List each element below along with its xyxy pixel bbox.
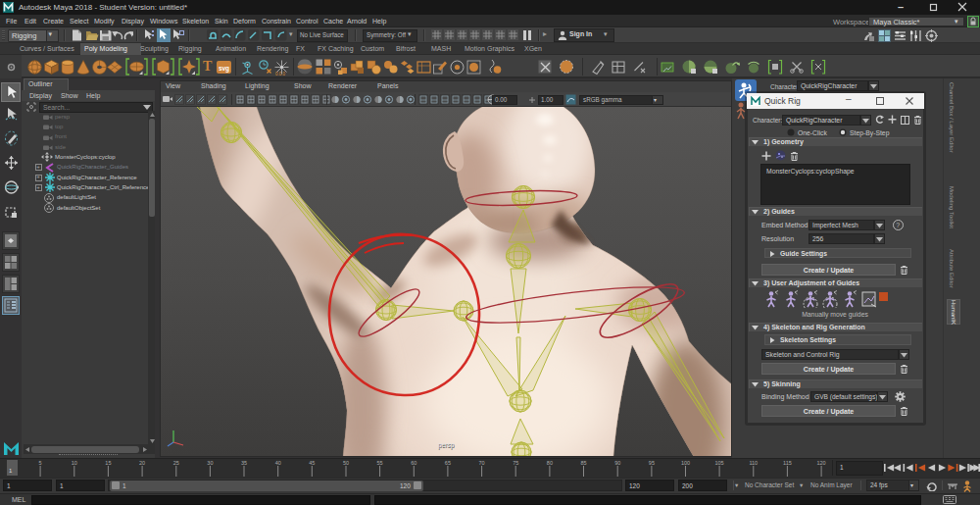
svg-text:svg: svg: [218, 64, 228, 72]
svg-text:15: 15: [105, 460, 111, 466]
svg-text:25: 25: [173, 460, 179, 466]
svg-text:persp: persp: [438, 441, 455, 449]
svg-text:5: 5: [39, 460, 42, 466]
svg-text:35: 35: [241, 460, 247, 466]
svg-text:?: ?: [896, 222, 900, 228]
svg-text:90: 90: [614, 460, 620, 466]
svg-text:60: 60: [411, 460, 416, 466]
svg-text:30: 30: [207, 460, 213, 466]
svg-text:95: 95: [649, 460, 655, 466]
svg-text:0,0,0: 0,0,0: [275, 71, 286, 76]
svg-text:85: 85: [580, 460, 586, 466]
svg-text:120: 120: [817, 460, 826, 466]
svg-text:115: 115: [783, 460, 792, 466]
svg-text:10: 10: [72, 460, 77, 466]
svg-text:70: 70: [479, 460, 485, 466]
svg-text:45: 45: [309, 460, 315, 466]
svg-text:65: 65: [445, 460, 451, 466]
svg-text:50: 50: [343, 460, 349, 466]
svg-text:40: 40: [275, 460, 281, 466]
svg-text:100: 100: [681, 460, 690, 466]
svg-text:20: 20: [139, 460, 145, 466]
svg-text:75: 75: [513, 460, 518, 466]
svg-text:110: 110: [749, 460, 758, 466]
svg-text:55: 55: [377, 460, 383, 466]
svg-text:105: 105: [715, 460, 724, 466]
svg-text:80: 80: [547, 460, 553, 466]
